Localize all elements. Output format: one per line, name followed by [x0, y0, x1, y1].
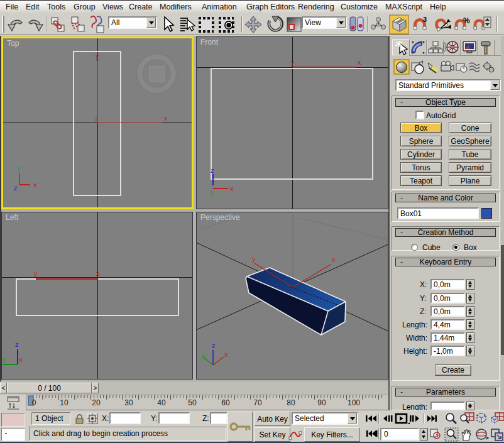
svg-text:0: 0 [32, 398, 36, 407]
svg-text:z: z [291, 212, 295, 220]
svg-text:x: x [164, 114, 168, 122]
svg-text:x: x [33, 181, 37, 189]
svg-text:3: 3 [423, 16, 427, 23]
svg-text:y: y [202, 351, 205, 359]
svg-text:20: 20 [92, 398, 101, 407]
svg-text:100: 100 [348, 398, 360, 407]
svg-text:x: x [224, 351, 228, 358]
svg-text:x: x [358, 58, 361, 66]
svg-text:40: 40 [157, 398, 166, 407]
svg-text:80: 80 [287, 398, 295, 407]
svg-text:10: 10 [60, 398, 68, 407]
svg-text:70: 70 [253, 398, 262, 407]
svg-text:z: z [211, 167, 214, 174]
svg-text:60: 60 [221, 398, 230, 407]
svg-text:y: y [291, 58, 295, 66]
svg-text:z: z [212, 342, 216, 349]
svg-text:z: z [95, 116, 98, 122]
svg-text:x: x [19, 356, 23, 363]
svg-text:z: z [15, 341, 19, 348]
svg-text:y: y [96, 52, 99, 60]
svg-text:z: z [14, 184, 18, 192]
svg-text:y: y [252, 255, 256, 263]
svg-text:y: y [17, 164, 21, 172]
svg-text:y: y [34, 270, 38, 277]
svg-text:x: x [230, 185, 234, 192]
svg-text:x: x [332, 256, 336, 263]
svg-text:50: 50 [188, 398, 197, 407]
svg-text:%: % [463, 16, 470, 25]
svg-text:30: 30 [124, 398, 133, 407]
svg-text:y: y [211, 189, 214, 196]
svg-text:y: y [3, 356, 6, 363]
svg-text:x: x [96, 270, 100, 277]
svg-text:90: 90 [317, 398, 326, 407]
